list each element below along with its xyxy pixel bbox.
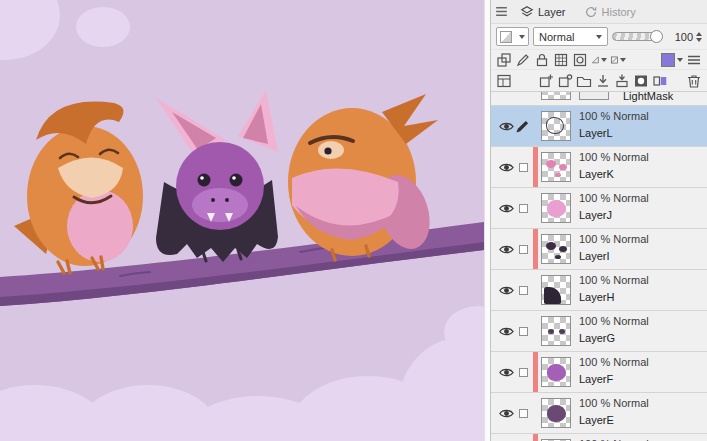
opacity-spinner[interactable] [696, 32, 702, 42]
layer-effect-dropdown[interactable] [610, 52, 626, 68]
layer-thumbnail[interactable] [541, 152, 571, 182]
blend-preview-icon [500, 31, 512, 43]
visibility-eye-icon[interactable] [498, 200, 515, 217]
layer-row[interactable]: 100 % Normal LayerJ [491, 188, 707, 229]
new-folder-icon[interactable] [576, 73, 592, 89]
clip-below-icon[interactable] [496, 52, 512, 68]
layer-info: 100 % Normal [579, 397, 649, 409]
layer-checkbox[interactable] [519, 204, 528, 213]
blend-mode-value: Normal [539, 31, 574, 43]
edit-pencil-icon [515, 119, 530, 134]
layer-property-icon[interactable] [496, 73, 512, 89]
layer-checkbox[interactable] [519, 163, 528, 172]
delete-layer-icon[interactable] [686, 73, 702, 89]
thumb-content [547, 405, 566, 422]
create-mask-icon[interactable] [633, 73, 649, 89]
enable-mask-icon[interactable] [572, 52, 588, 68]
tab-layer-label: Layer [538, 6, 566, 18]
layer-info: 100 % Normal [579, 315, 649, 327]
layer-color-swatch [661, 53, 675, 67]
clip-indicator [533, 92, 538, 105]
visibility-eye-icon[interactable] [498, 364, 515, 381]
visibility-eye-icon[interactable] [498, 405, 515, 422]
clip-indicator [533, 106, 538, 146]
panel-menu-icon[interactable] [494, 4, 509, 19]
tab-history[interactable]: History [577, 3, 643, 21]
thumb-content [546, 117, 564, 134]
layer-checkbox[interactable] [519, 368, 528, 377]
layer-info: 100 % Normal [579, 233, 649, 245]
visibility-eye-icon[interactable] [498, 118, 515, 135]
layer-thumbnail[interactable] [541, 111, 571, 141]
layer-row[interactable]: 100 % Normal LayerL [491, 106, 707, 147]
layer-thumbnail[interactable] [541, 398, 571, 428]
opacity-slider-handle[interactable] [650, 30, 663, 43]
layer-checkbox[interactable] [519, 327, 528, 336]
clip-indicator [533, 147, 538, 187]
ruler-dropdown[interactable] [591, 52, 607, 68]
layer-thumbnail[interactable] [541, 275, 571, 305]
layer-info: 100 % Normal [579, 110, 649, 122]
layer-info: 100 % Normal [579, 151, 649, 163]
layer-row[interactable]: 100 % Normal LayerE [491, 393, 707, 434]
canvas-viewport[interactable] [0, 0, 484, 441]
lock-layer-icon[interactable] [534, 52, 550, 68]
layer-row[interactable]: 100 % Normal LayerK [491, 147, 707, 188]
layer-name: LayerL [579, 127, 613, 139]
merge-down-icon[interactable] [614, 73, 630, 89]
clip-indicator [533, 229, 538, 269]
visibility-eye-icon[interactable] [498, 323, 515, 340]
tab-history-label: History [602, 6, 636, 18]
thumb-content [547, 364, 566, 381]
layer-row[interactable]: 100 % Normal LayerG [491, 311, 707, 352]
layer-thumbnail[interactable] [541, 357, 571, 387]
chevron-down-icon [620, 58, 626, 62]
visibility-eye-icon[interactable] [498, 159, 515, 176]
visibility-eye-icon[interactable] [498, 92, 515, 94]
layer-thumbnail[interactable] [541, 234, 571, 264]
spin-up-icon[interactable] [696, 32, 702, 36]
chevron-down-icon [519, 35, 525, 39]
layer-thumbnail[interactable] [541, 193, 571, 223]
palette-options-icon[interactable] [686, 52, 702, 68]
apply-mask-icon[interactable] [652, 73, 668, 89]
clip-indicator [533, 270, 538, 310]
visibility-eye-icon[interactable] [498, 241, 515, 258]
layer-row-lightmask[interactable]: LightMask [491, 92, 707, 106]
thumb-content [544, 287, 561, 304]
blend-mode-dropdown[interactable]: Normal [533, 27, 608, 46]
layer-name: LayerH [579, 291, 614, 303]
new-vector-layer-icon[interactable] [557, 73, 573, 89]
layer-thumbnail[interactable] [541, 316, 571, 346]
new-layer-icon[interactable] [538, 73, 554, 89]
layer-actions-toolbar [491, 70, 707, 92]
visibility-eye-icon[interactable] [498, 282, 515, 299]
thumb-content [546, 160, 556, 168]
layer-checkbox[interactable] [519, 245, 528, 254]
tab-layer[interactable]: Layer [513, 3, 573, 21]
draft-layer-icon[interactable] [515, 52, 531, 68]
layer-checkbox[interactable] [519, 409, 528, 418]
transfer-down-icon[interactable] [595, 73, 611, 89]
lock-alpha-icon[interactable] [553, 52, 569, 68]
layer-row[interactable]: 100 % Normal [491, 434, 707, 441]
opacity-slider[interactable] [612, 32, 662, 41]
blend-thumbnail-dropdown[interactable] [496, 27, 529, 46]
panel-tabbar: Layer History [491, 0, 707, 24]
layer-name: LayerE [579, 414, 614, 426]
layer-name: LightMask [623, 92, 673, 102]
layer-thumbnail[interactable] [541, 92, 571, 100]
layer-row[interactable]: 100 % Normal LayerH [491, 270, 707, 311]
clip-indicator [533, 352, 538, 392]
layer-info: 100 % Normal [579, 274, 649, 286]
clip-indicator [533, 434, 538, 441]
layer-checkbox[interactable] [519, 286, 528, 295]
blend-controls: Normal 100 [491, 24, 707, 50]
history-icon [584, 5, 598, 19]
mask-thumbnail[interactable] [579, 92, 609, 100]
layer-row[interactable]: 100 % Normal LayerF [491, 352, 707, 393]
layer-name: LayerJ [579, 209, 612, 221]
spin-down-icon[interactable] [696, 38, 702, 42]
layer-row[interactable]: 100 % Normal LayerI [491, 229, 707, 270]
layer-color-dropdown[interactable] [661, 53, 683, 67]
